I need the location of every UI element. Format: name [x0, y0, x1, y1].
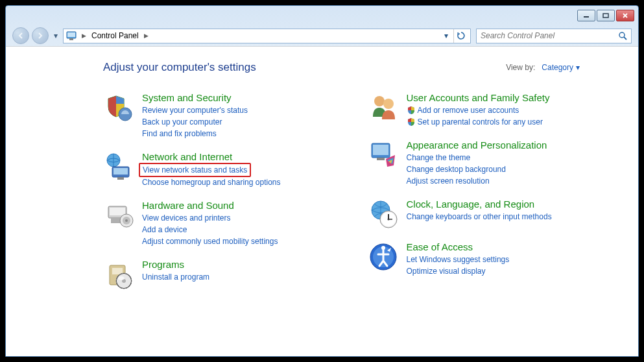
category-appearance: Appearance and PersonalizationChange the… [368, 139, 613, 187]
svg-point-23 [118, 276, 125, 280]
page-title: Adjust your computer's settings [103, 61, 256, 74]
category-title[interactable]: User Accounts and Family Safety [407, 92, 550, 103]
category-link[interactable]: View devices and printers [142, 212, 278, 224]
view-by-label: View by: [506, 63, 535, 72]
forward-button[interactable] [32, 27, 49, 44]
system-security-icon [103, 92, 134, 123]
category-link[interactable]: Adjust commonly used mobility settings [142, 235, 278, 247]
category-link[interactable]: Uninstall a program [142, 271, 209, 283]
category-link[interactable]: Find and fix problems [142, 128, 248, 139]
view-by-group: View by: Category ▾ [506, 63, 580, 72]
search-input[interactable] [481, 31, 618, 40]
category-link[interactable]: Let Windows suggest settings [407, 254, 510, 265]
svg-rect-4 [69, 38, 73, 40]
chevron-down-icon: ▾ [576, 63, 580, 72]
category-link[interactable]: Add a device [142, 224, 278, 235]
category-title[interactable]: Clock, Language, and Region [407, 199, 552, 210]
svg-rect-11 [117, 177, 124, 180]
svg-point-34 [387, 219, 389, 221]
search-icon[interactable] [618, 31, 627, 40]
right-column: User Accounts and Family SafetyAdd or re… [368, 92, 613, 302]
refresh-button[interactable] [455, 29, 468, 43]
category-link[interactable]: Adjust screen resolution [407, 175, 547, 187]
svg-point-5 [619, 32, 625, 38]
search-box[interactable] [476, 29, 632, 43]
category-link[interactable]: Choose homegroup and sharing options [142, 176, 280, 188]
category-title[interactable]: Programs [142, 259, 209, 270]
category-title[interactable]: System and Security [142, 92, 248, 103]
navigation-bar: ▾ ▶ Control Panel ▶ ▾ [6, 25, 638, 46]
category-link[interactable]: Add or remove user accounts [407, 104, 550, 116]
hardware-icon [103, 200, 134, 231]
category-link[interactable]: Change the theme [407, 152, 547, 163]
svg-point-37 [381, 246, 385, 250]
maximize-button[interactable] [597, 10, 615, 21]
svg-line-6 [624, 37, 626, 40]
highlighted-link: View network status and tasks [139, 163, 251, 177]
left-column: System and SecurityReview your computer'… [103, 92, 348, 302]
category-programs: ProgramsUninstall a program [103, 259, 348, 290]
address-bar[interactable]: ▶ Control Panel ▶ ▾ [63, 29, 471, 43]
network-icon [103, 151, 134, 182]
category-title[interactable]: Network and Internet [142, 151, 280, 162]
uac-shield-icon [407, 117, 416, 127]
breadcrumb-separator-icon[interactable]: ▶ [143, 32, 150, 39]
svg-point-17 [125, 219, 128, 222]
category-hardware: Hardware and SoundView devices and print… [103, 200, 348, 247]
category-title[interactable]: Ease of Access [407, 241, 510, 252]
titlebar [6, 6, 638, 25]
category-ease: Ease of AccessLet Windows suggest settin… [368, 241, 613, 277]
category-link[interactable]: Set up parental controls for any user [407, 116, 550, 128]
close-button[interactable] [616, 10, 634, 21]
svg-rect-28 [377, 158, 385, 160]
category-clock: Clock, Language, and RegionChange keyboa… [368, 199, 613, 230]
ease-icon [368, 241, 399, 272]
svg-rect-27 [373, 145, 388, 155]
category-link[interactable]: Optimize visual display [407, 265, 510, 277]
category-title[interactable]: Hardware and Sound [142, 200, 278, 211]
category-users: User Accounts and Family SafetyAdd or re… [368, 92, 613, 128]
category-link[interactable]: View network status and tasks [142, 163, 280, 176]
breadcrumb-separator-icon: ▶ [80, 32, 88, 39]
svg-rect-1 [603, 14, 608, 18]
svg-point-25 [383, 99, 394, 109]
category-link[interactable]: Change keyboards or other input methods [407, 211, 552, 223]
clock-icon [368, 199, 399, 230]
svg-rect-13 [110, 208, 125, 215]
view-by-selector[interactable]: Category ▾ [542, 63, 580, 72]
category-system-security: System and SecurityReview your computer'… [103, 92, 348, 139]
svg-rect-3 [67, 32, 75, 37]
svg-point-24 [374, 96, 385, 106]
breadcrumb-root[interactable]: Control Panel [91, 31, 139, 40]
separator [453, 29, 454, 43]
svg-rect-0 [584, 16, 589, 18]
category-link[interactable]: Change desktop background [407, 163, 547, 175]
category-link[interactable]: Review your computer's status [142, 104, 248, 116]
minimize-button[interactable] [577, 10, 595, 21]
category-title[interactable]: Appearance and Personalization [407, 139, 547, 151]
window: ▾ ▶ Control Panel ▶ ▾ Adjust your comput… [5, 5, 639, 357]
back-button[interactable] [12, 27, 29, 44]
nav-history-dropdown[interactable]: ▾ [51, 29, 60, 42]
programs-icon [103, 259, 134, 290]
appearance-icon [368, 139, 399, 171]
svg-rect-10 [113, 168, 128, 175]
users-icon [368, 92, 399, 123]
content-area: Adjust your computer's settings View by:… [6, 46, 638, 356]
address-dropdown-button[interactable]: ▾ [440, 29, 453, 43]
control-panel-icon [66, 30, 77, 41]
category-network: Network and InternetView network status … [103, 151, 348, 188]
uac-shield-icon [407, 106, 416, 115]
category-link[interactable]: Back up your computer [142, 116, 248, 128]
view-by-value: Category [542, 63, 573, 72]
